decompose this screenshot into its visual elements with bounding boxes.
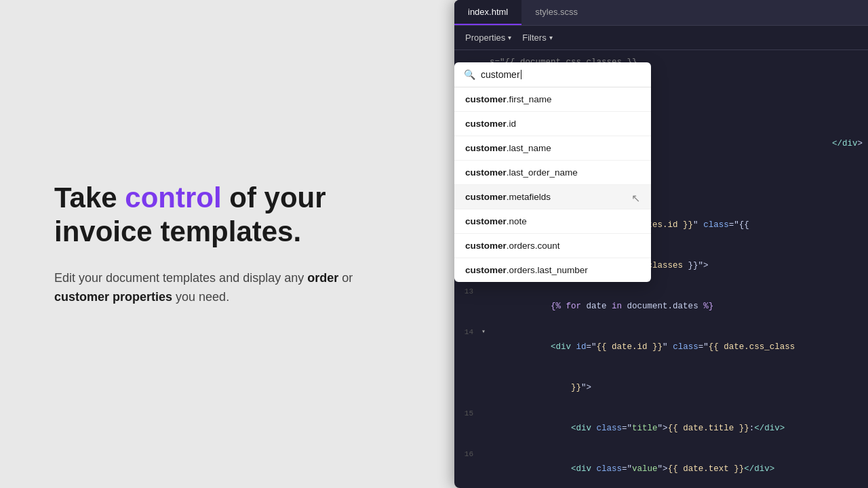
item-rest: .metafields (507, 192, 551, 202)
item-keyword: customer (465, 216, 507, 226)
tab-styles-scss[interactable]: styles.scss (521, 0, 591, 25)
dropdown-item-first-name[interactable]: customer.first_name (454, 87, 651, 112)
item-keyword: customer (465, 119, 507, 129)
dropdown-item-orders-last-number[interactable]: customer.orders.last_number (454, 258, 651, 282)
editor-toolbar: Properties ▾ Filters ▾ (454, 26, 868, 50)
properties-chevron-icon: ▾ (508, 34, 511, 41)
editor-panel: index.html styles.scss Properties ▾ Filt… (454, 0, 868, 488)
subtext: Edit your document templates and display… (54, 268, 400, 308)
properties-button[interactable]: Properties ▾ (465, 33, 511, 43)
dropdown-item-metafields[interactable]: customer.metafields ↖ (454, 185, 651, 209)
headline-start: Take (54, 182, 125, 214)
headline: Take control of your invoice templates. (54, 181, 400, 249)
dropdown-item-orders-count[interactable]: customer.orders.count (454, 234, 651, 258)
filters-button[interactable]: Filters ▾ (522, 33, 552, 43)
item-keyword: customer (465, 94, 507, 104)
headline-highlight: control (125, 182, 221, 214)
subtext-mid: or (338, 271, 353, 285)
cursor-icon: ↖ (631, 192, 640, 205)
code-line: 13 {% for date in document.dates %} (454, 286, 868, 327)
item-rest: .last_name (507, 143, 551, 153)
code-line: 15 <div class="title">{{ date.title }}:<… (454, 408, 868, 449)
search-dropdown: 🔍 customer customer.first_name customer.… (454, 62, 651, 282)
item-rest: .id (507, 119, 516, 129)
item-keyword: customer (465, 192, 507, 202)
subtext-start: Edit your document templates and display… (54, 271, 307, 285)
dropdown-item-last-name[interactable]: customer.last_name (454, 136, 651, 161)
subtext-bold1: order (307, 271, 338, 285)
item-rest: .first_name (507, 94, 552, 104)
subtext-bold2: customer properties (54, 290, 172, 304)
subtext-end: you need. (172, 290, 229, 304)
code-line: }}"> (454, 367, 868, 408)
filters-label: Filters (522, 33, 546, 43)
item-keyword: customer (465, 143, 507, 153)
item-rest: .orders.last_number (507, 265, 588, 275)
code-line: 14 ▾ <div id="{{ date.id }}" class="{{ d… (454, 327, 868, 367)
left-panel: Take control of your invoice templates. … (0, 0, 454, 488)
filters-chevron-icon: ▾ (549, 34, 553, 41)
properties-label: Properties (465, 33, 505, 43)
item-rest: .orders.count (507, 241, 560, 251)
editor-tabs: index.html styles.scss (454, 0, 868, 26)
cursor (521, 70, 521, 79)
dropdown-item-id[interactable]: customer.id (454, 112, 651, 136)
dropdown-item-note[interactable]: customer.note (454, 209, 651, 234)
dropdown-item-last-order-name[interactable]: customer.last_order_name (454, 161, 651, 185)
item-rest: .last_order_name (507, 167, 578, 178)
tab-index-html[interactable]: index.html (454, 0, 521, 25)
dropdown-list: customer.first_name customer.id customer… (454, 87, 651, 282)
search-box: 🔍 customer (454, 62, 651, 87)
search-value: customer (481, 69, 520, 80)
item-keyword: customer (465, 167, 507, 178)
search-input-display[interactable]: customer (481, 69, 521, 80)
item-keyword: customer (465, 265, 507, 275)
item-rest: .note (507, 216, 527, 226)
item-keyword: customer (465, 241, 507, 251)
search-icon: 🔍 (464, 69, 475, 80)
code-line: 16 <div class="value">{{ date.text }}</d… (454, 449, 868, 488)
